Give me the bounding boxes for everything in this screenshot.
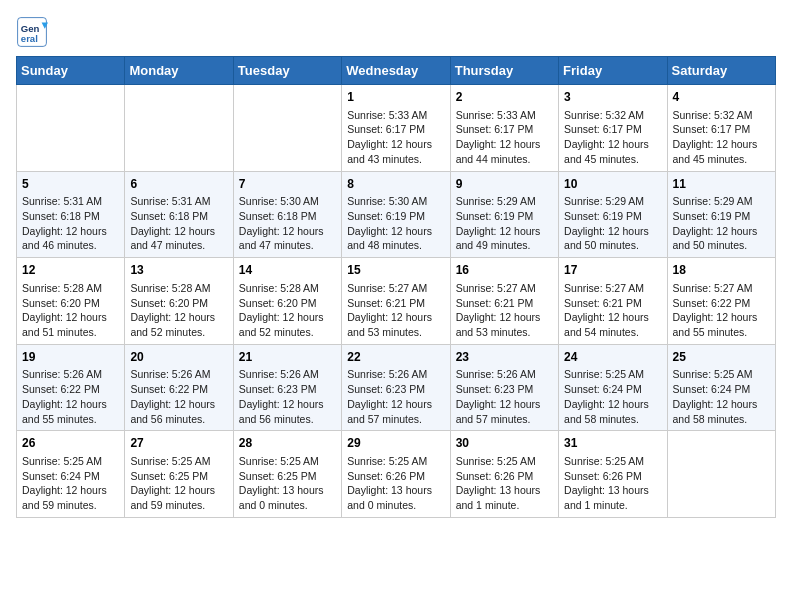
day-info: Sunrise: 5:30 AM Sunset: 6:19 PM Dayligh… <box>347 194 444 253</box>
calendar-week-row: 26Sunrise: 5:25 AM Sunset: 6:24 PM Dayli… <box>17 431 776 518</box>
calendar-cell: 22Sunrise: 5:26 AM Sunset: 6:23 PM Dayli… <box>342 344 450 431</box>
day-info: Sunrise: 5:31 AM Sunset: 6:18 PM Dayligh… <box>22 194 119 253</box>
day-number: 16 <box>456 262 553 279</box>
calendar-table: SundayMondayTuesdayWednesdayThursdayFrid… <box>16 56 776 518</box>
calendar-cell: 12Sunrise: 5:28 AM Sunset: 6:20 PM Dayli… <box>17 258 125 345</box>
day-number: 14 <box>239 262 336 279</box>
day-number: 21 <box>239 349 336 366</box>
calendar-cell: 18Sunrise: 5:27 AM Sunset: 6:22 PM Dayli… <box>667 258 775 345</box>
day-info: Sunrise: 5:33 AM Sunset: 6:17 PM Dayligh… <box>456 108 553 167</box>
day-number: 27 <box>130 435 227 452</box>
calendar-week-row: 1Sunrise: 5:33 AM Sunset: 6:17 PM Daylig… <box>17 85 776 172</box>
day-info: Sunrise: 5:28 AM Sunset: 6:20 PM Dayligh… <box>22 281 119 340</box>
calendar-cell: 16Sunrise: 5:27 AM Sunset: 6:21 PM Dayli… <box>450 258 558 345</box>
day-info: Sunrise: 5:27 AM Sunset: 6:21 PM Dayligh… <box>456 281 553 340</box>
day-number: 13 <box>130 262 227 279</box>
day-number: 7 <box>239 176 336 193</box>
day-number: 9 <box>456 176 553 193</box>
day-info: Sunrise: 5:29 AM Sunset: 6:19 PM Dayligh… <box>673 194 770 253</box>
calendar-week-row: 19Sunrise: 5:26 AM Sunset: 6:22 PM Dayli… <box>17 344 776 431</box>
day-info: Sunrise: 5:27 AM Sunset: 6:21 PM Dayligh… <box>347 281 444 340</box>
day-info: Sunrise: 5:25 AM Sunset: 6:24 PM Dayligh… <box>564 367 661 426</box>
calendar-cell: 31Sunrise: 5:25 AM Sunset: 6:26 PM Dayli… <box>559 431 667 518</box>
calendar-cell: 24Sunrise: 5:25 AM Sunset: 6:24 PM Dayli… <box>559 344 667 431</box>
day-info: Sunrise: 5:26 AM Sunset: 6:23 PM Dayligh… <box>456 367 553 426</box>
day-info: Sunrise: 5:27 AM Sunset: 6:21 PM Dayligh… <box>564 281 661 340</box>
calendar-cell: 2Sunrise: 5:33 AM Sunset: 6:17 PM Daylig… <box>450 85 558 172</box>
calendar-cell: 3Sunrise: 5:32 AM Sunset: 6:17 PM Daylig… <box>559 85 667 172</box>
day-number: 8 <box>347 176 444 193</box>
day-info: Sunrise: 5:27 AM Sunset: 6:22 PM Dayligh… <box>673 281 770 340</box>
calendar-cell: 17Sunrise: 5:27 AM Sunset: 6:21 PM Dayli… <box>559 258 667 345</box>
day-number: 2 <box>456 89 553 106</box>
day-number: 15 <box>347 262 444 279</box>
day-number: 19 <box>22 349 119 366</box>
svg-text:eral: eral <box>21 33 38 44</box>
calendar-cell: 4Sunrise: 5:32 AM Sunset: 6:17 PM Daylig… <box>667 85 775 172</box>
calendar-cell: 10Sunrise: 5:29 AM Sunset: 6:19 PM Dayli… <box>559 171 667 258</box>
day-info: Sunrise: 5:31 AM Sunset: 6:18 PM Dayligh… <box>130 194 227 253</box>
day-number: 3 <box>564 89 661 106</box>
calendar-cell: 26Sunrise: 5:25 AM Sunset: 6:24 PM Dayli… <box>17 431 125 518</box>
calendar-cell: 6Sunrise: 5:31 AM Sunset: 6:18 PM Daylig… <box>125 171 233 258</box>
weekday-header: Wednesday <box>342 57 450 85</box>
day-info: Sunrise: 5:32 AM Sunset: 6:17 PM Dayligh… <box>564 108 661 167</box>
day-number: 17 <box>564 262 661 279</box>
logo: Gen eral <box>16 16 52 48</box>
calendar-cell: 14Sunrise: 5:28 AM Sunset: 6:20 PM Dayli… <box>233 258 341 345</box>
day-number: 23 <box>456 349 553 366</box>
calendar-cell: 25Sunrise: 5:25 AM Sunset: 6:24 PM Dayli… <box>667 344 775 431</box>
calendar-cell: 13Sunrise: 5:28 AM Sunset: 6:20 PM Dayli… <box>125 258 233 345</box>
calendar-cell: 30Sunrise: 5:25 AM Sunset: 6:26 PM Dayli… <box>450 431 558 518</box>
day-info: Sunrise: 5:25 AM Sunset: 6:26 PM Dayligh… <box>347 454 444 513</box>
day-info: Sunrise: 5:25 AM Sunset: 6:25 PM Dayligh… <box>130 454 227 513</box>
weekday-header: Sunday <box>17 57 125 85</box>
day-number: 11 <box>673 176 770 193</box>
calendar-cell: 28Sunrise: 5:25 AM Sunset: 6:25 PM Dayli… <box>233 431 341 518</box>
day-number: 10 <box>564 176 661 193</box>
day-number: 6 <box>130 176 227 193</box>
day-info: Sunrise: 5:28 AM Sunset: 6:20 PM Dayligh… <box>130 281 227 340</box>
logo-icon: Gen eral <box>16 16 48 48</box>
weekday-header: Monday <box>125 57 233 85</box>
day-info: Sunrise: 5:32 AM Sunset: 6:17 PM Dayligh… <box>673 108 770 167</box>
page-header: Gen eral <box>16 16 776 48</box>
day-number: 4 <box>673 89 770 106</box>
weekday-header: Saturday <box>667 57 775 85</box>
day-number: 1 <box>347 89 444 106</box>
calendar-cell: 29Sunrise: 5:25 AM Sunset: 6:26 PM Dayli… <box>342 431 450 518</box>
calendar-cell: 15Sunrise: 5:27 AM Sunset: 6:21 PM Dayli… <box>342 258 450 345</box>
day-info: Sunrise: 5:29 AM Sunset: 6:19 PM Dayligh… <box>564 194 661 253</box>
calendar-cell: 23Sunrise: 5:26 AM Sunset: 6:23 PM Dayli… <box>450 344 558 431</box>
calendar-cell: 19Sunrise: 5:26 AM Sunset: 6:22 PM Dayli… <box>17 344 125 431</box>
calendar-cell: 21Sunrise: 5:26 AM Sunset: 6:23 PM Dayli… <box>233 344 341 431</box>
calendar-cell: 27Sunrise: 5:25 AM Sunset: 6:25 PM Dayli… <box>125 431 233 518</box>
weekday-header: Thursday <box>450 57 558 85</box>
calendar-week-row: 5Sunrise: 5:31 AM Sunset: 6:18 PM Daylig… <box>17 171 776 258</box>
calendar-cell <box>233 85 341 172</box>
day-info: Sunrise: 5:25 AM Sunset: 6:26 PM Dayligh… <box>564 454 661 513</box>
day-info: Sunrise: 5:25 AM Sunset: 6:24 PM Dayligh… <box>673 367 770 426</box>
calendar-cell <box>125 85 233 172</box>
day-number: 30 <box>456 435 553 452</box>
day-number: 22 <box>347 349 444 366</box>
day-number: 18 <box>673 262 770 279</box>
calendar-cell <box>17 85 125 172</box>
calendar-week-row: 12Sunrise: 5:28 AM Sunset: 6:20 PM Dayli… <box>17 258 776 345</box>
day-number: 29 <box>347 435 444 452</box>
day-info: Sunrise: 5:26 AM Sunset: 6:23 PM Dayligh… <box>239 367 336 426</box>
day-info: Sunrise: 5:25 AM Sunset: 6:26 PM Dayligh… <box>456 454 553 513</box>
day-info: Sunrise: 5:26 AM Sunset: 6:22 PM Dayligh… <box>22 367 119 426</box>
day-info: Sunrise: 5:25 AM Sunset: 6:24 PM Dayligh… <box>22 454 119 513</box>
day-number: 12 <box>22 262 119 279</box>
day-number: 25 <box>673 349 770 366</box>
day-info: Sunrise: 5:33 AM Sunset: 6:17 PM Dayligh… <box>347 108 444 167</box>
calendar-cell: 11Sunrise: 5:29 AM Sunset: 6:19 PM Dayli… <box>667 171 775 258</box>
calendar-cell: 5Sunrise: 5:31 AM Sunset: 6:18 PM Daylig… <box>17 171 125 258</box>
day-number: 24 <box>564 349 661 366</box>
day-number: 26 <box>22 435 119 452</box>
calendar-cell: 7Sunrise: 5:30 AM Sunset: 6:18 PM Daylig… <box>233 171 341 258</box>
calendar-cell: 1Sunrise: 5:33 AM Sunset: 6:17 PM Daylig… <box>342 85 450 172</box>
day-info: Sunrise: 5:25 AM Sunset: 6:25 PM Dayligh… <box>239 454 336 513</box>
day-info: Sunrise: 5:30 AM Sunset: 6:18 PM Dayligh… <box>239 194 336 253</box>
